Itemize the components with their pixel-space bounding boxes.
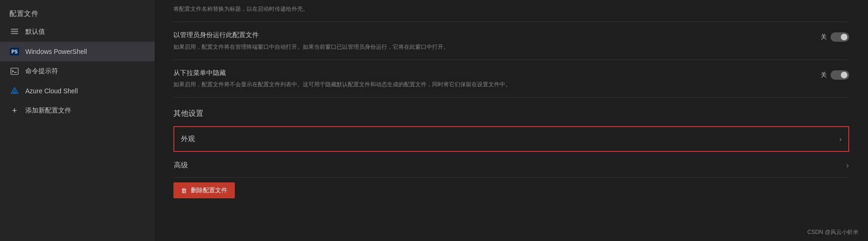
- sidebar-item-command-prompt[interactable]: 命令提示符: [0, 61, 155, 81]
- sidebar-item-azure-cloud-shell[interactable]: Azure Cloud Shell: [0, 81, 155, 101]
- advanced-label: 高级: [174, 161, 188, 170]
- hide-dropdown-toggle[interactable]: [831, 70, 849, 80]
- sidebar-item-windows-powershell[interactable]: PS Windows PowerShell: [0, 42, 155, 61]
- run-as-admin-desc: 如果启用，配置文件将在管理终端窗口中自动打开。如果当前窗口已以管理员身份运行，它…: [173, 43, 811, 51]
- hide-dropdown-toggle-label: 关: [821, 71, 827, 79]
- sidebar-item-add-label: 添加新配置文件: [25, 106, 71, 115]
- plus-icon: +: [9, 105, 20, 116]
- sidebar-item-cmd-label: 命令提示符: [25, 67, 58, 75]
- delete-profile-label: 删除配置文件: [191, 186, 227, 195]
- hide-dropdown-row: 从下拉菜单中隐藏 如果启用，配置文件将不会显示在配置文件列表中。这可用于隐藏默认…: [173, 60, 849, 98]
- top-description-row: 将配置文件名称替换为标题，以在启动时传递给外壳。: [173, 0, 849, 22]
- run-as-admin-toggle-label: 关: [821, 33, 827, 41]
- layers-icon: [9, 27, 20, 37]
- sidebar-item-defaults[interactable]: 默认值: [0, 22, 155, 42]
- run-as-admin-control: 关: [821, 30, 849, 42]
- appearance-label: 外观: [181, 135, 195, 143]
- other-settings-appearance[interactable]: 外观 ›: [173, 126, 849, 152]
- advanced-chevron-icon: ›: [846, 161, 849, 170]
- top-description-text: 将配置文件名称替换为标题，以在启动时传递给外壳。: [173, 5, 849, 13]
- run-as-admin-toggle-track: [831, 32, 849, 42]
- sidebar-item-add-profile[interactable]: + 添加新配置文件: [0, 101, 155, 120]
- svg-rect-0: [11, 33, 18, 34]
- other-settings-header: 其他设置: [173, 98, 849, 126]
- cmd-icon: [9, 66, 20, 76]
- sidebar-item-defaults-label: 默认值: [25, 28, 45, 36]
- run-as-admin-toggle-thumb: [841, 34, 847, 40]
- powershell-icon: PS: [9, 46, 20, 57]
- hide-dropdown-control: 关: [821, 68, 849, 80]
- watermark-text: CSDN @风云小虾米: [807, 229, 859, 235]
- other-settings-advanced[interactable]: 高级 ›: [173, 153, 849, 178]
- main-content: 将配置文件名称替换为标题，以在启动时传递给外壳。 以管理员身份运行此配置文件 如…: [155, 0, 868, 241]
- hide-dropdown-desc: 如果启用，配置文件将不会显示在配置文件列表中。这可用于隐藏默认配置文件和动态生成…: [173, 80, 811, 89]
- run-as-admin-title: 以管理员身份运行此配置文件: [173, 30, 811, 40]
- svg-rect-3: [11, 68, 18, 75]
- sidebar-item-powershell-label: Windows PowerShell: [25, 48, 87, 55]
- svg-rect-2: [11, 29, 18, 30]
- sidebar-section-header: 配置文件: [0, 5, 155, 22]
- run-as-admin-toggle[interactable]: [831, 32, 849, 42]
- delete-profile-button[interactable]: 🗑 删除配置文件: [173, 182, 235, 198]
- hide-dropdown-title: 从下拉菜单中隐藏: [173, 68, 811, 78]
- sidebar-item-azure-label: Azure Cloud Shell: [25, 87, 78, 95]
- sidebar: 配置文件 默认值 PS Windows PowerShell 命令提示符: [0, 0, 155, 241]
- hide-dropdown-toggle-track: [831, 70, 849, 80]
- watermark: CSDN @风云小虾米: [807, 228, 859, 236]
- appearance-chevron-icon: ›: [839, 135, 842, 143]
- run-as-admin-row: 以管理员身份运行此配置文件 如果启用，配置文件将在管理终端窗口中自动打开。如果当…: [173, 22, 849, 60]
- delete-icon: 🗑: [181, 187, 187, 194]
- svg-rect-1: [11, 31, 18, 32]
- hide-dropdown-toggle-thumb: [841, 72, 847, 78]
- azure-icon: [9, 86, 20, 96]
